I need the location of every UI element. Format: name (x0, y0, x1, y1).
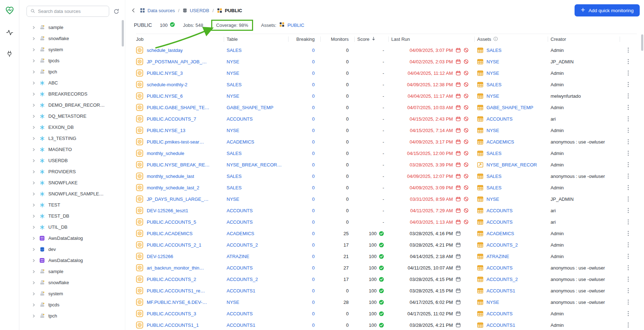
cancel-run-icon[interactable] (464, 196, 469, 202)
row-menu-icon[interactable] (625, 137, 632, 146)
row-menu-icon[interactable] (625, 229, 632, 238)
breaking-count[interactable]: 0 (312, 265, 315, 271)
asset-link[interactable]: NYSE (486, 196, 499, 202)
job-link[interactable]: MF.PUBLIC.NYSE_6.DEV-… (147, 300, 207, 305)
tree-item[interactable]: tpcds (19, 299, 125, 310)
table-link[interactable]: SALES (227, 174, 242, 179)
breaking-count[interactable]: 0 (312, 139, 315, 145)
asset-link[interactable]: SALES (486, 151, 502, 156)
job-link[interactable]: PUBLIC.NYSE_BREAK_RE… (147, 162, 210, 168)
asset-link[interactable]: ACCOUNTS (486, 208, 513, 213)
tree-item[interactable]: snowflake (19, 277, 125, 288)
cancel-run-icon[interactable] (464, 71, 469, 76)
table-link[interactable]: ACADEMICS (227, 139, 254, 145)
cancel-run-icon[interactable] (464, 93, 469, 98)
assets-schema-link[interactable]: PUBLIC (287, 23, 304, 28)
tree-item[interactable]: system (19, 288, 125, 299)
tree-item[interactable]: AwsDataCatalog (19, 233, 125, 244)
table-link[interactable]: SALES (227, 151, 242, 156)
chevron-right-icon[interactable] (32, 214, 36, 218)
connections-nav-icon[interactable] (6, 50, 13, 58)
asset-link[interactable]: SALES (486, 48, 502, 53)
breaking-count[interactable]: 0 (312, 254, 315, 259)
job-link[interactable]: PUBLIC.ACCOUNTS_3 (147, 311, 196, 316)
asset-link[interactable]: NYSE (486, 300, 499, 305)
main-scrollbar[interactable] (641, 34, 643, 51)
column-header-last-run[interactable]: Last Run (388, 34, 474, 44)
asset-link[interactable]: SALES (486, 185, 502, 190)
job-link[interactable]: PUBLIC.ACCOUNTS_2 (147, 277, 196, 282)
asset-link[interactable]: ACADEMICS (486, 231, 514, 236)
back-button[interactable] (131, 8, 136, 13)
row-menu-icon[interactable] (625, 69, 632, 77)
breaking-count[interactable]: 0 (312, 311, 315, 316)
job-link[interactable]: PUBLIC.pmikes-test-sear… (147, 139, 204, 145)
chevron-right-icon[interactable] (32, 248, 36, 251)
tree-item[interactable]: UTIL_DB (19, 222, 125, 233)
row-menu-icon[interactable] (625, 252, 632, 261)
job-link[interactable]: PUBLIC.NYSE_13 (147, 128, 185, 133)
chevron-right-icon[interactable] (32, 137, 36, 140)
row-menu-icon[interactable] (625, 80, 632, 89)
cancel-run-icon[interactable] (464, 59, 469, 64)
chevron-right-icon[interactable] (32, 181, 36, 185)
column-header-score[interactable]: Score (354, 34, 388, 44)
chevron-right-icon[interactable] (32, 115, 36, 118)
chevron-right-icon[interactable] (32, 225, 36, 229)
cancel-run-icon[interactable] (464, 185, 469, 190)
table-link[interactable]: NYSE_BREAK_RECOR… (227, 162, 282, 168)
job-link[interactable]: PUBLIC.ACCOUNTS_7 (147, 116, 196, 122)
row-menu-icon[interactable] (625, 103, 632, 112)
table-link[interactable]: ACCOUNTS1 (227, 288, 255, 293)
chevron-right-icon[interactable] (32, 159, 36, 162)
tree-item[interactable]: PROVIDERS (19, 166, 125, 177)
asset-link[interactable]: ACCOUNTS (486, 116, 513, 122)
asset-link[interactable]: ACCOUNTS (486, 311, 513, 316)
sort-desc-icon[interactable] (372, 37, 376, 42)
breaking-count[interactable]: 0 (312, 82, 315, 87)
row-menu-icon[interactable] (625, 309, 632, 318)
chevron-right-icon[interactable] (32, 26, 36, 29)
breaking-count[interactable]: 0 (312, 174, 315, 179)
table-link[interactable]: NYSE (227, 93, 239, 99)
row-menu-icon[interactable] (625, 218, 632, 226)
table-link[interactable]: ACCOUNTS (227, 208, 253, 213)
row-menu-icon[interactable] (625, 92, 632, 100)
row-menu-icon[interactable] (625, 160, 632, 169)
column-header-assets[interactable]: Assets (474, 34, 548, 44)
chevron-right-icon[interactable] (32, 126, 36, 129)
job-link[interactable]: ari_backrun_monitor_thin… (147, 265, 204, 271)
search-input[interactable] (38, 9, 105, 14)
job-link[interactable]: schedule_lastday (147, 48, 183, 53)
breaking-count[interactable]: 0 (312, 300, 315, 305)
asset-link[interactable]: NYSE (486, 128, 499, 133)
asset-link[interactable]: NYSE_BREAK_RECOR (486, 162, 537, 168)
row-menu-icon[interactable] (625, 115, 632, 123)
table-link[interactable]: ACADEMICS (227, 231, 254, 236)
asset-link[interactable]: ACCOUNTS1 (486, 322, 515, 328)
job-link[interactable]: PUBLIC.ACADEMICS (147, 231, 193, 236)
tree-item[interactable]: EXXON_DB (19, 122, 125, 133)
table-link[interactable]: ACCOUNTS (227, 116, 253, 122)
cancel-run-icon[interactable] (464, 208, 469, 213)
job-link[interactable]: schedule-monthly-2 (147, 82, 187, 87)
table-link[interactable]: ACCOUNTS (227, 219, 253, 225)
tree-item[interactable]: TEST_DB (19, 210, 125, 222)
chevron-right-icon[interactable] (32, 203, 36, 207)
asset-link[interactable]: NYSE (486, 71, 499, 76)
row-menu-icon[interactable] (625, 206, 632, 215)
table-link[interactable]: SALES (227, 48, 242, 53)
breaking-count[interactable]: 0 (312, 116, 315, 122)
breaking-count[interactable]: 0 (312, 59, 315, 64)
table-link[interactable]: NYSE (227, 59, 239, 64)
row-menu-icon[interactable] (625, 286, 632, 295)
asset-link[interactable]: SALES (486, 82, 502, 87)
chevron-right-icon[interactable] (32, 314, 36, 318)
chevron-right-icon[interactable] (32, 37, 36, 40)
tree-item[interactable]: DEMO_BREAK_RECOR… (19, 100, 125, 111)
job-link[interactable]: monthly_schedule (147, 151, 184, 156)
add-quick-monitoring-button[interactable]: Add quick monitoring (575, 4, 640, 16)
asset-link[interactable]: ACCOUNTS_2 (486, 277, 518, 282)
breaking-count[interactable]: 0 (312, 162, 315, 168)
chevron-right-icon[interactable] (32, 303, 36, 307)
